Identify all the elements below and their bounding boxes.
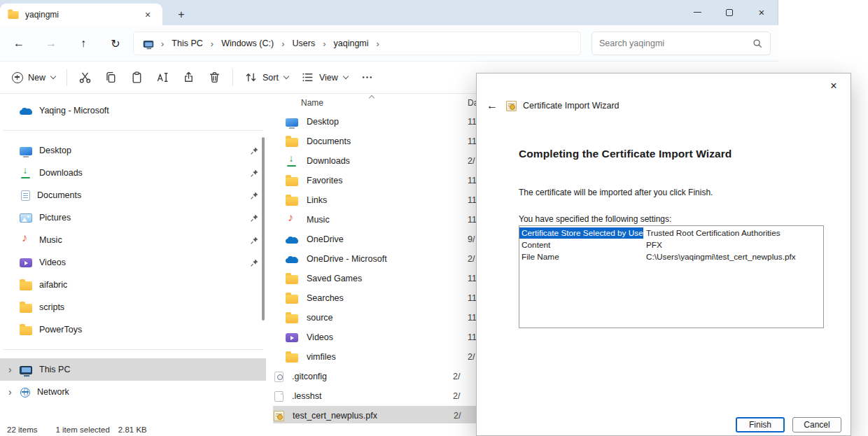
cancel-button[interactable]: Cancel (792, 417, 841, 433)
folder-icon (286, 314, 298, 323)
close-icon: × (759, 6, 765, 18)
breadcrumb-item-users[interactable]: Users (291, 37, 317, 50)
expander-chevron-icon[interactable]: › (8, 386, 20, 398)
new-tab-button[interactable]: + (172, 6, 190, 24)
navigation-bar: ← → ↑ ↻ › This PC›Windows (C:)›Users›yaq… (0, 25, 778, 62)
setting-value: PFX (643, 239, 665, 251)
sidebar-item-music[interactable]: › Music (0, 229, 266, 251)
view-list-icon (301, 71, 314, 84)
cut-button[interactable] (72, 66, 98, 89)
sidebar-item-network[interactable]: › Network (0, 381, 266, 403)
sidebar-item-label: Yaqing - Microsoft (39, 106, 109, 115)
search-icon[interactable] (752, 38, 763, 49)
video-purple-icon (20, 258, 32, 267)
tab-title: yaqingmi (25, 10, 59, 20)
rename-button[interactable] (150, 66, 176, 89)
delete-button[interactable] (202, 66, 227, 89)
up-button[interactable]: ↑ (67, 31, 99, 55)
chevron-down-icon (50, 73, 56, 79)
minimize-button[interactable] (681, 0, 713, 24)
folder-icon (20, 304, 32, 313)
finish-button[interactable]: Finish (736, 417, 785, 433)
new-button[interactable]: New (6, 67, 62, 88)
more-options-button[interactable] (354, 66, 380, 89)
toolbar-divider (232, 69, 233, 86)
sidebar-item-label: Network (37, 387, 69, 397)
settings-listview[interactable]: Certificate Store Selected by User Trust… (519, 225, 824, 328)
sidebar-item-label: Pictures (39, 213, 71, 223)
maximize-button[interactable] (713, 0, 746, 24)
paste-icon (130, 71, 144, 84)
sidebar-item-label: Downloads (39, 168, 83, 178)
navigation-pane: › Yaqing - Microsoft › Desktop › Downloa… (0, 94, 266, 423)
wizard-title: Certificate Import Wizard (523, 101, 620, 111)
sidebar-item-powertoys[interactable]: › PowerToys (0, 318, 266, 341)
tab-close-icon[interactable]: × (140, 7, 155, 22)
file-name: Music (307, 215, 458, 225)
chevron-down-icon (284, 73, 289, 79)
sidebar-item-label: aifabric (39, 280, 67, 290)
back-button[interactable]: ← (3, 31, 35, 55)
sidebar-item-desktop[interactable]: › Desktop (0, 139, 266, 162)
breadcrumb-item-this-pc[interactable]: This PC (170, 37, 204, 50)
sidebar-item-documents[interactable]: › Documents (0, 184, 266, 206)
setting-row-file-name[interactable]: File Name C:\Users\yaqingmi\test_cert_ne… (519, 251, 823, 262)
share-button[interactable] (176, 66, 202, 89)
ellipsis-icon (360, 71, 374, 84)
sidebar-item-label: Music (39, 235, 62, 245)
forward-button[interactable]: → (35, 31, 67, 55)
dialog-close-button[interactable]: × (822, 78, 845, 94)
cert-icon (274, 411, 284, 421)
sidebar-item-label: Documents (37, 190, 81, 200)
file-name: .lesshst (292, 391, 443, 401)
breadcrumb-item-windows-c[interactable]: Windows (C:) (220, 37, 275, 50)
sidebar-item-label: Videos (39, 258, 66, 267)
dialog-button-row: Finish Cancel (736, 417, 841, 433)
sidebar-item-aifabric[interactable]: › aifabric (0, 274, 266, 296)
copy-button[interactable] (98, 66, 124, 89)
view-button[interactable]: View (295, 66, 354, 89)
wizard-back-icon[interactable]: ← (486, 99, 498, 112)
sort-button[interactable]: Sort (238, 66, 295, 89)
breadcrumb[interactable]: › This PC›Windows (C:)›Users›yaqingmi› (133, 31, 581, 55)
expander-chevron-icon[interactable]: › (8, 364, 20, 375)
sidebar-item-this-pc[interactable]: › This PC (0, 358, 266, 381)
note-orange-icon (286, 214, 298, 225)
setting-row-content[interactable]: Content PFX (519, 239, 823, 251)
file-name: OneDrive (307, 234, 458, 244)
setting-row-certificate-store-selected-by-user[interactable]: Certificate Store Selected by User Trust… (519, 227, 823, 239)
search-input[interactable] (599, 38, 752, 48)
breadcrumb-item-yaqingmi[interactable]: yaqingmi (332, 37, 370, 50)
sidebar-item-downloads[interactable]: › Downloads (0, 162, 266, 184)
share-icon (182, 71, 195, 84)
folder-icon (20, 281, 32, 290)
file-name: Favorites (307, 176, 458, 185)
sidebar-item-yaqing-microsoft[interactable]: › Yaqing - Microsoft (0, 99, 266, 122)
column-header-name[interactable]: Name (301, 98, 468, 108)
pin-icon (250, 236, 259, 245)
video-purple-icon (286, 333, 298, 342)
folder-icon (286, 177, 298, 186)
search-box[interactable] (592, 31, 771, 55)
folder-icon (20, 326, 32, 335)
paste-button[interactable] (124, 66, 150, 89)
setting-value: C:\Users\yaqingmi\test_cert_newplus.pfx (643, 251, 799, 262)
explorer-tab[interactable]: yaqingmi × (0, 3, 162, 25)
refresh-button[interactable]: ↻ (99, 31, 132, 55)
folder-icon (8, 11, 18, 19)
sidebar-item-videos[interactable]: › Videos (0, 251, 266, 274)
monitor-blue-icon (20, 147, 32, 155)
wizard-heading: Completing the Certificate Import Wizard (519, 148, 732, 160)
doc-icon (21, 190, 30, 201)
close-button[interactable]: × (746, 0, 778, 24)
sidebar-item-scripts[interactable]: › scripts (0, 296, 266, 318)
picture-icon (20, 213, 32, 223)
copy-icon (104, 71, 118, 84)
sidebar-item-pictures[interactable]: › Pictures (0, 206, 266, 229)
folder-icon (286, 197, 298, 206)
breadcrumb-chevron-icon: › (377, 38, 379, 49)
sidebar-scrollbar[interactable] (262, 137, 265, 321)
view-button-label: View (319, 73, 338, 83)
new-button-label: New (28, 73, 46, 83)
setting-key: Content (519, 239, 643, 251)
